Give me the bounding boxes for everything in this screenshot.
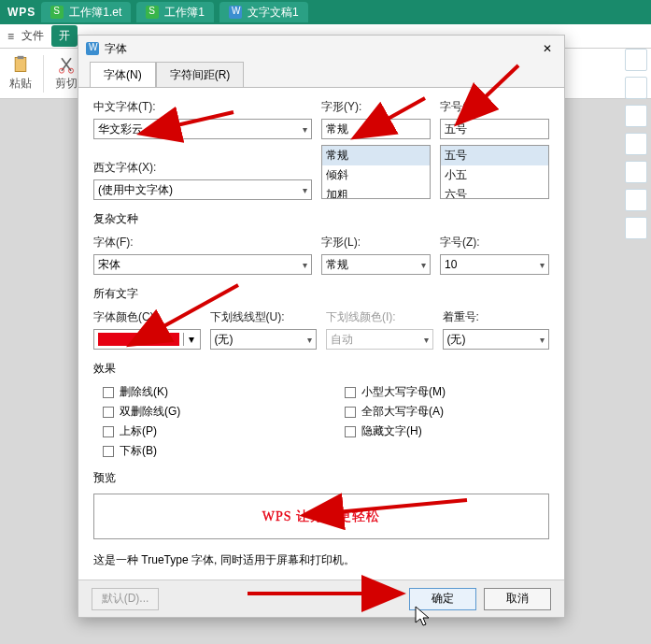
right-tool-4[interactable]	[625, 133, 647, 155]
dialog-title: 字体	[105, 41, 127, 57]
chk-smallcaps-label: 小型大写字母(M)	[361, 384, 446, 400]
chk-strike[interactable]: 删除线(K)	[103, 384, 307, 400]
effects-title: 效果	[93, 361, 549, 377]
paste-button[interactable]: 粘贴	[9, 55, 32, 92]
chk-strike-label: 删除线(K)	[120, 384, 168, 400]
right-tool-1[interactable]	[625, 49, 647, 71]
tab-workbook1-et[interactable]: 工作簿1.et	[41, 2, 131, 22]
underline-color-combo: 自动 ▾	[326, 329, 433, 350]
underline-value: (无)	[215, 332, 234, 348]
chk-hidden-label: 隐藏文字(H)	[361, 423, 422, 439]
right-tool-6[interactable]	[625, 189, 647, 211]
cut-icon	[57, 55, 76, 74]
chk-super[interactable]: 上标(P)	[103, 423, 307, 439]
style-listbox[interactable]: 常规 倾斜 加粗	[321, 145, 431, 199]
start-tab[interactable]: 开	[51, 25, 78, 47]
western-font-combo[interactable]: (使用中文字体) ▾	[93, 179, 312, 200]
chinese-font-label: 中文字体(T):	[93, 99, 312, 115]
chinese-font-value: 华文彩云	[98, 122, 143, 137]
file-menu[interactable]: 文件	[21, 28, 44, 44]
size-input[interactable]: 五号	[440, 119, 549, 139]
chevron-down-icon: ▾	[421, 260, 426, 270]
cut-label: 剪切	[55, 76, 78, 92]
preview-title: 预览	[93, 470, 549, 486]
close-icon[interactable]: ✕	[538, 42, 557, 55]
style-opt-regular[interactable]: 常规	[322, 146, 430, 165]
color-combo[interactable]: ▾	[93, 329, 201, 350]
complex-style-label: 字形(L):	[321, 235, 431, 250]
chevron-down-icon: ▾	[540, 260, 545, 270]
app-logo: WPS	[7, 6, 35, 19]
chevron-down-icon: ▾	[303, 124, 307, 135]
size-opt-s5[interactable]: 小五	[441, 165, 548, 185]
style-opt-italic[interactable]: 倾斜	[322, 165, 430, 185]
chinese-font-combo[interactable]: 华文彩云 ▾	[93, 119, 312, 139]
cancel-button[interactable]: 取消	[484, 588, 551, 610]
tab-label: 文字文稿1	[248, 5, 299, 21]
chk-sub[interactable]: 下标(B)	[103, 443, 307, 459]
complex-font-label: 字体(F):	[93, 235, 312, 250]
size-listbox[interactable]: 五号 小五 六号	[440, 145, 549, 199]
chk-sub-label: 下标(B)	[120, 443, 157, 459]
style-opt-bold[interactable]: 加粗	[322, 185, 430, 199]
complex-size-combo[interactable]: 10 ▾	[440, 254, 549, 275]
tab-label: 工作簿1.et	[69, 5, 121, 21]
size-value: 五号	[445, 122, 467, 137]
chk-dstrike[interactable]: 双删除线(G)	[103, 404, 307, 420]
tab-label: 工作簿1	[164, 5, 205, 21]
alltext-title: 所有文字	[93, 286, 549, 302]
style-input[interactable]: 常规	[321, 119, 431, 139]
cut-button[interactable]: 剪切	[55, 55, 78, 92]
color-swatch	[98, 333, 179, 346]
svg-rect-1	[18, 56, 24, 59]
preview-box: WPS 让办公更轻松	[93, 494, 549, 539]
chk-hidden[interactable]: 隐藏文字(H)	[345, 423, 549, 439]
checkbox-icon	[345, 387, 356, 398]
emphasis-combo[interactable]: (无) ▾	[443, 329, 550, 350]
tab-document1[interactable]: 文字文稿1	[219, 2, 308, 22]
complex-size-label: 字号(Z):	[440, 235, 549, 250]
tab-spacing[interactable]: 字符间距(R)	[156, 62, 245, 88]
paste-icon	[11, 55, 30, 74]
chevron-down-icon: ▾	[424, 335, 429, 345]
dialog-icon	[86, 42, 99, 55]
complex-size-value: 10	[445, 258, 457, 271]
chevron-down-icon: ▾	[540, 335, 545, 345]
complex-style-combo[interactable]: 常规 ▾	[321, 254, 431, 275]
size-label: 字号(S):	[440, 99, 549, 115]
default-button[interactable]: 默认(D)...	[92, 588, 159, 610]
right-tool-5[interactable]	[625, 161, 647, 183]
right-tool-7[interactable]	[625, 217, 647, 239]
complex-title: 复杂文种	[93, 211, 549, 227]
chevron-down-icon: ▾	[303, 260, 307, 270]
size-opt-5[interactable]: 五号	[441, 146, 548, 165]
checkbox-icon	[345, 407, 356, 418]
style-value: 常规	[326, 122, 348, 137]
chk-allcaps[interactable]: 全部大写字母(A)	[345, 404, 549, 420]
hamburger-icon[interactable]: ≡	[7, 30, 14, 43]
chk-dstrike-label: 双删除线(G)	[120, 404, 180, 420]
dialog-body: 中文字体(T): 华文彩云 ▾ 西文字体(X): (使用中文字体) ▾ 字形(Y…	[78, 87, 564, 580]
size-opt-6[interactable]: 六号	[441, 185, 548, 199]
chevron-down-icon: ▾	[183, 333, 200, 346]
underline-combo[interactable]: (无) ▾	[210, 329, 318, 350]
underline-color-value: 自动	[331, 332, 353, 348]
underline-color-label: 下划线颜色(I):	[326, 309, 433, 325]
tab-font[interactable]: 字体(N)	[90, 62, 156, 88]
checkbox-icon	[345, 426, 356, 437]
ok-button[interactable]: 确定	[409, 588, 476, 610]
right-toolbar	[625, 49, 647, 239]
preview-text: WPS 让办公更轻松	[262, 508, 380, 525]
tab-workbook1[interactable]: 工作簿1	[136, 2, 214, 22]
checkbox-icon	[103, 407, 114, 418]
complex-font-combo[interactable]: 宋体 ▾	[93, 254, 312, 275]
complex-style-value: 常规	[326, 257, 348, 273]
right-tool-2[interactable]	[625, 77, 647, 99]
western-font-value: (使用中文字体)	[98, 182, 173, 198]
underline-label: 下划线线型(U):	[210, 309, 318, 325]
chk-smallcaps[interactable]: 小型大写字母(M)	[345, 384, 549, 400]
right-tool-3[interactable]	[625, 105, 647, 127]
dialog-footer: 默认(D)... 确定 取消	[78, 580, 564, 617]
emphasis-label: 着重号:	[443, 309, 550, 325]
spreadsheet-icon	[146, 6, 159, 19]
